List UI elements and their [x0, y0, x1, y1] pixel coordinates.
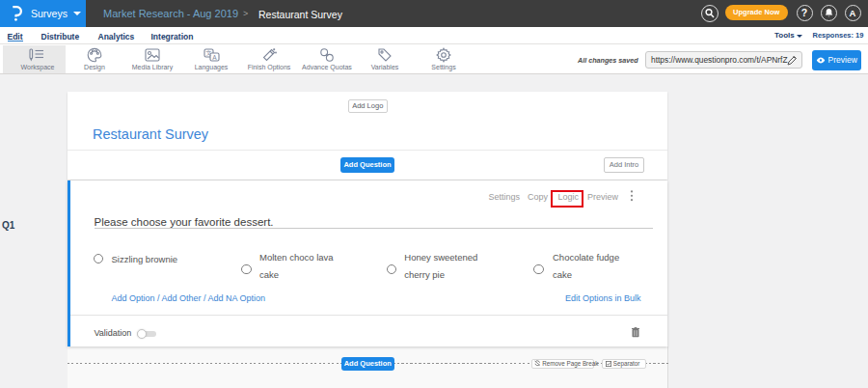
- svg-text:文: 文: [205, 49, 211, 56]
- svg-text:A: A: [212, 54, 217, 61]
